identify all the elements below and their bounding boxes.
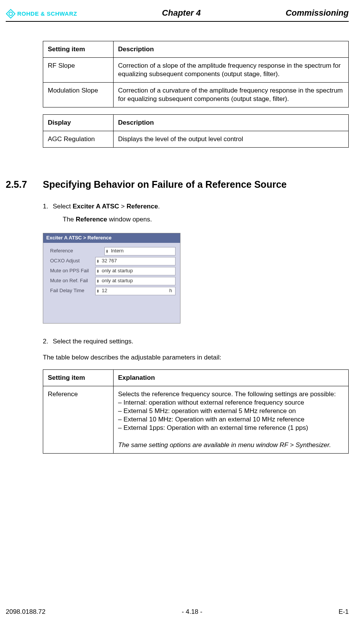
field-row-mute-ref: Mute on Ref. Fail ▲▼ only at startup xyxy=(50,277,176,286)
settings-table-1: Setting item Description RF Slope Correc… xyxy=(43,41,349,107)
bullet: – Internal: operation without external r… xyxy=(118,399,304,406)
text: window opens. xyxy=(107,216,152,223)
field-value: only at startup xyxy=(102,268,133,274)
page-footer: 2098.0188.72 - 4.18 - E-1 xyxy=(6,608,349,616)
text: The xyxy=(63,216,76,223)
page-header: ROHDE & SCHWARZ Chapter 4 Commissioning xyxy=(6,8,349,22)
step-1: 1. Select Exciter A ATSC > Reference. Th… xyxy=(43,202,349,224)
section-title: Specifying Behavior on Failure of a Refe… xyxy=(43,178,287,191)
cell: Displays the level of the output level c… xyxy=(113,131,348,148)
table-row: Modulation Slope Correction of a curvatu… xyxy=(43,82,349,107)
svg-point-1 xyxy=(9,12,13,15)
paragraph: The table below describes the adjustable… xyxy=(43,353,349,362)
field-value: 12 xyxy=(102,288,107,294)
cell: RF Slope xyxy=(43,57,114,82)
field-label: OCXO Adjust xyxy=(50,258,95,264)
reference-select[interactable]: ▲▼ Intern xyxy=(104,247,176,255)
menu-path-bold: Reference xyxy=(127,203,158,210)
ocxo-adjust-input[interactable]: ▲▼ 32 767 xyxy=(95,257,176,265)
table-header: Display xyxy=(43,115,114,131)
field-row-mute-pps: Mute on PPS Fail ▲▼ only at startup xyxy=(50,267,176,276)
cell: Modulation Slope xyxy=(43,82,114,107)
settings-table-2: Display Description AGC Regulation Displ… xyxy=(43,114,349,148)
field-label: Fail Delay Time xyxy=(50,288,95,294)
chapter-label: Chapter 4 xyxy=(162,8,201,19)
cell: Correction of a slope of the amplitude f… xyxy=(113,57,348,82)
step-text: Select the required settings. xyxy=(53,338,133,345)
window-name-bold: Reference xyxy=(76,216,107,223)
field-label: Reference xyxy=(50,248,95,254)
field-row-reference: Reference ▲▼ Intern xyxy=(50,247,176,256)
spinner-icon: ▲▼ xyxy=(96,289,99,293)
step-number: 1. xyxy=(43,202,48,211)
section-number: 2.5.7 xyxy=(6,178,43,191)
menu-path-bold: Exciter A ATSC xyxy=(73,203,119,210)
table-row: AGC Regulation Displays the level of the… xyxy=(43,131,349,148)
reference-window-screenshot: Exciter A ATSC > Reference Reference ▲▼ … xyxy=(43,233,180,324)
step-subtext: The Reference window opens. xyxy=(63,215,349,224)
spinner-icon: ▲▼ xyxy=(96,279,99,283)
field-label: Mute on Ref. Fail xyxy=(50,278,95,284)
cell: Correction of a curvature of the amplitu… xyxy=(113,82,348,107)
field-value: 32 767 xyxy=(102,258,117,264)
cell: Selects the reference frequency source. … xyxy=(113,386,348,454)
footer-right: E-1 xyxy=(339,608,349,616)
table-header: Setting item xyxy=(43,41,114,57)
step-2: 2. Select the required settings. xyxy=(43,337,349,346)
logo-text: ROHDE & SCHWARZ xyxy=(17,10,77,18)
cell: Reference xyxy=(43,386,114,454)
table-row: Reference Selects the reference frequenc… xyxy=(43,386,349,454)
bullet: – External 5 MHz: operation with externa… xyxy=(118,407,296,415)
footer-left: 2098.0188.72 xyxy=(6,608,46,616)
table-header: Description xyxy=(113,41,348,57)
fail-delay-input[interactable]: ▲▼ 12 h xyxy=(95,287,176,295)
cell-intro: Selects the reference frequency source. … xyxy=(118,390,336,398)
page-title: Commissioning xyxy=(286,8,349,19)
text: > xyxy=(119,203,127,210)
footer-center: - 4.18 - xyxy=(182,608,202,616)
table-header: Setting item xyxy=(43,370,114,386)
step-number: 2. xyxy=(43,337,48,346)
settings-table-3: Setting item Explanation Reference Selec… xyxy=(43,369,349,454)
text: . xyxy=(158,203,160,210)
mute-ref-select[interactable]: ▲▼ only at startup xyxy=(95,277,176,285)
bullet: – External 1pps: Operation with an exter… xyxy=(118,424,308,431)
spinner-icon: ▲▼ xyxy=(106,249,109,253)
window-body: Reference ▲▼ Intern OCXO Adjust ▲▼ 32 76… xyxy=(43,243,180,323)
field-row-ocxo: OCXO Adjust ▲▼ 32 767 xyxy=(50,257,176,266)
bullet: – External 10 MHz: Operation with an ext… xyxy=(118,416,305,423)
text: Select xyxy=(53,203,73,210)
svg-rect-0 xyxy=(6,9,15,18)
field-row-fail-delay: Fail Delay Time ▲▼ 12 h xyxy=(50,286,176,296)
spinner-icon: ▲▼ xyxy=(96,259,99,263)
spinner-icon: ▲▼ xyxy=(96,269,99,273)
mute-pps-select[interactable]: ▲▼ only at startup xyxy=(95,267,176,275)
table-row: RF Slope Correction of a slope of the am… xyxy=(43,57,349,82)
table-header: Description xyxy=(113,115,348,131)
step-text: Select Exciter A ATSC > Reference. xyxy=(53,203,160,210)
cell-note: The same setting options are available i… xyxy=(118,441,331,449)
window-titlebar: Exciter A ATSC > Reference xyxy=(43,233,180,243)
section-heading: 2.5.7 Specifying Behavior on Failure of … xyxy=(6,178,349,191)
logo-icon xyxy=(6,9,16,19)
cell: AGC Regulation xyxy=(43,131,114,148)
field-value: Intern xyxy=(111,248,123,254)
table-header: Explanation xyxy=(113,370,348,386)
field-value: only at startup xyxy=(102,278,133,284)
unit-suffix: h xyxy=(169,288,174,294)
field-label: Mute on PPS Fail xyxy=(50,268,95,274)
brand-logo: ROHDE & SCHWARZ xyxy=(6,9,77,19)
